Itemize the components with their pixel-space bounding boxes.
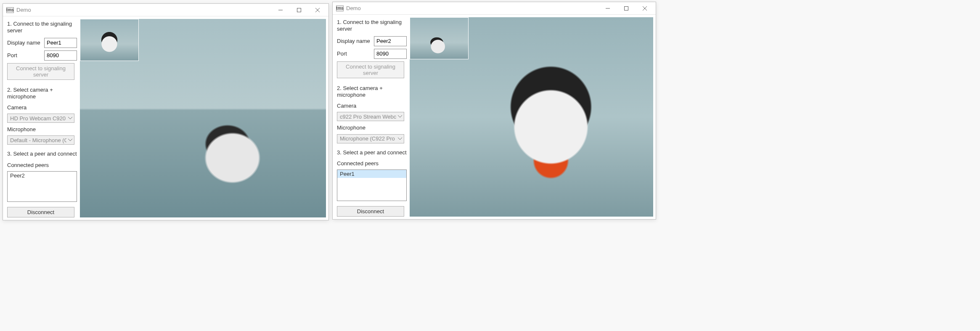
close-button[interactable]	[308, 4, 327, 16]
connected-peers-list[interactable]: Peer2	[7, 171, 77, 202]
display-name-input[interactable]	[44, 38, 77, 48]
client-area: 1. Connect to the signaling server Displ…	[333, 15, 656, 219]
video-area	[410, 17, 653, 217]
display-name-label: Display name	[7, 40, 42, 46]
microphone-label: Microphone	[337, 124, 407, 131]
code-editor-background2: begin	[4, 324, 29, 331]
microphone-select-value: Microphone (C922 Pro Str	[340, 135, 396, 142]
minimize-button[interactable]	[271, 4, 290, 16]
microphone-select-value: Default - Microphone (C9.	[10, 137, 66, 143]
close-button[interactable]	[636, 3, 654, 14]
window-title: Demo	[16, 7, 271, 13]
app-icon: tms	[336, 5, 344, 11]
chevron-down-icon	[66, 117, 74, 119]
minimize-icon	[606, 6, 610, 11]
maximize-button[interactable]	[290, 4, 308, 16]
camera-label: Camera	[7, 104, 77, 111]
app-icon: tms	[6, 7, 14, 13]
step2-label: 2. Select camera + microphone	[337, 85, 407, 99]
chevron-down-icon	[396, 115, 404, 118]
connect-signaling-button: Connect to signaling server	[7, 63, 74, 80]
connected-peers-label: Connected peers	[7, 162, 77, 169]
video-area	[80, 19, 326, 217]
microphone-select[interactable]: Default - Microphone (C9.	[7, 135, 74, 145]
display-name-label: Display name	[337, 38, 371, 44]
maximize-button[interactable]	[617, 3, 636, 14]
control-sidebar: 1. Connect to the signaling server Displ…	[3, 16, 80, 220]
maximize-icon	[297, 8, 301, 12]
maximize-icon	[624, 6, 628, 11]
port-label: Port	[337, 50, 371, 57]
disconnect-button[interactable]: Disconnect	[337, 206, 404, 217]
disconnect-button[interactable]: Disconnect	[7, 207, 74, 217]
minimize-button[interactable]	[599, 3, 617, 14]
app-window-peer1: tms Demo 1. Connect to the signaling ser…	[3, 3, 329, 220]
control-sidebar: 1. Connect to the signaling server Displ…	[333, 15, 410, 219]
port-label: Port	[7, 52, 42, 58]
window-buttons	[271, 4, 327, 16]
camera-select-value: c922 Pro Stream Webcam	[340, 114, 396, 120]
svg-rect-1	[297, 8, 301, 12]
list-item[interactable]: Peer1	[337, 170, 406, 178]
display-name-input[interactable]	[374, 36, 407, 46]
camera-select[interactable]: HD Pro Webcam C920 (04	[7, 114, 74, 123]
microphone-select[interactable]: Microphone (C922 Pro Str	[337, 134, 404, 143]
app-window-peer2: tms Demo 1. Connect to the signaling ser…	[332, 2, 656, 220]
svg-rect-5	[625, 6, 628, 10]
window-title: Demo	[346, 5, 599, 11]
close-icon	[315, 8, 320, 12]
connected-peers-label: Connected peers	[337, 160, 407, 167]
close-icon	[643, 6, 647, 11]
client-area: 1. Connect to the signaling server Displ…	[3, 16, 328, 220]
minimize-icon	[278, 8, 283, 12]
titlebar[interactable]: tms Demo	[333, 2, 656, 15]
connect-signaling-button: Connect to signaling server	[337, 61, 404, 78]
chevron-down-icon	[66, 139, 74, 141]
camera-label: Camera	[337, 103, 407, 109]
local-video-pip	[410, 17, 469, 59]
list-item[interactable]: Peer2	[8, 172, 77, 180]
step1-label: 1. Connect to the signaling server	[337, 19, 407, 33]
connected-peers-list[interactable]: Peer1	[337, 169, 407, 201]
chevron-down-icon	[396, 138, 404, 140]
step3-label: 3. Select a peer and connect	[7, 151, 77, 157]
step3-label: 3. Select a peer and connect	[337, 149, 407, 156]
camera-select[interactable]: c922 Pro Stream Webcam	[337, 112, 404, 121]
camera-select-value: HD Pro Webcam C920 (04	[10, 115, 66, 122]
local-video-pip	[80, 19, 139, 61]
window-buttons	[599, 3, 654, 14]
step2-label: 2. Select camera + microphone	[7, 87, 77, 101]
titlebar[interactable]: tms Demo	[3, 4, 328, 16]
port-input[interactable]	[374, 49, 407, 59]
port-input[interactable]	[44, 50, 77, 61]
microphone-label: Microphone	[7, 126, 77, 133]
step1-label: 1. Connect to the signaling server	[7, 21, 77, 34]
